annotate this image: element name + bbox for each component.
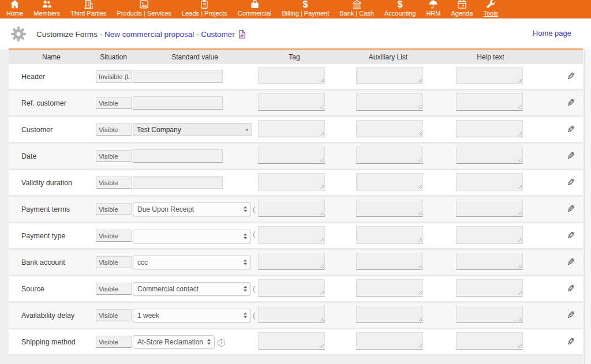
situation-input[interactable] [96,309,132,321]
tag-textarea[interactable] [258,279,325,297]
main-menubar: Home Members Third Parties Products | Se… [0,0,591,18]
edit-pencil-icon[interactable]: ✎ [567,283,575,295]
auxiliary-list-textarea[interactable] [356,253,423,270]
standard-value-input[interactable] [133,176,223,189]
help-text-textarea[interactable] [456,253,523,270]
help-text-textarea[interactable] [456,120,523,137]
standard-value-input[interactable] [133,96,223,110]
situation-input[interactable] [96,123,132,136]
tag-textarea[interactable] [258,226,325,243]
auxiliary-list-textarea[interactable] [356,226,423,243]
standard-value-input[interactable] [133,70,223,83]
tag-textarea[interactable] [258,173,325,190]
edit-pencil-icon[interactable]: ✎ [567,203,575,215]
tag-textarea[interactable] [258,67,325,84]
paren-suffix: ( [253,230,255,238]
customer-select[interactable]: Test Company▾ [133,123,252,136]
menu-item-tools[interactable]: Tools [478,0,503,18]
situation-input[interactable] [96,70,132,82]
tag-textarea[interactable] [258,332,325,350]
menu-item-accounting[interactable]: $ Accounting [379,0,421,18]
image-icon [139,0,149,10]
document-icon[interactable] [238,29,246,39]
situation-input[interactable] [96,336,132,348]
edit-pencil-icon[interactable]: ✎ [567,336,575,348]
menu-item-home[interactable]: Home [1,0,28,18]
tag-textarea[interactable] [258,120,325,137]
help-text-textarea[interactable] [456,67,523,84]
briefcase-icon [249,0,260,10]
menu-item-agenda[interactable]: Agenda [446,0,478,18]
situation-input[interactable] [96,203,132,215]
menu-item-billing-payment[interactable]: $ Billing | Payment [276,0,334,18]
auxiliary-list-textarea[interactable] [356,173,423,190]
situation-input[interactable] [96,230,132,242]
situation-input[interactable] [96,256,132,268]
situation-input[interactable] [96,150,132,162]
help-text-textarea[interactable] [456,200,523,217]
help-text-textarea[interactable] [456,93,523,111]
auxiliary-list-textarea[interactable] [356,120,423,137]
info-icon[interactable]: i [218,339,225,347]
edit-pencil-icon[interactable]: ✎ [567,123,575,136]
help-text-textarea[interactable] [456,226,523,243]
field-name-label: Date [9,152,94,160]
menu-item-third-parties[interactable]: Third Parties [65,0,111,18]
menu-label: Agenda [451,10,473,17]
help-text-textarea[interactable] [456,173,523,190]
vertical-scrollbar[interactable] [584,50,591,364]
menu-item-bank-cash[interactable]: Bank | Cash [334,0,379,18]
edit-pencil-icon[interactable]: ✎ [567,150,575,162]
tag-textarea[interactable] [258,200,325,217]
edit-pencil-icon[interactable]: ✎ [567,256,575,268]
auxiliary-list-textarea[interactable] [356,67,423,84]
bank-account-select[interactable]: ccc [133,256,251,269]
bank-icon [351,0,362,10]
field-name-label: Availability delay [9,312,94,320]
tag-textarea[interactable] [258,147,325,164]
auxiliary-list-textarea[interactable] [356,93,423,111]
help-text-textarea[interactable] [456,332,523,350]
edit-pencil-icon[interactable]: ✎ [567,177,575,189]
auxiliary-list-textarea[interactable] [356,279,423,297]
edit-pencil-icon[interactable]: ✎ [567,230,575,242]
edit-pencil-icon[interactable]: ✎ [567,309,575,321]
menu-item-members[interactable]: Members [28,0,65,18]
breadcrumb-form-link[interactable]: New commercial proposal - Customer [104,30,235,39]
situation-input[interactable] [96,177,132,189]
shipping-method-select[interactable]: At-Store Reclamation [133,335,215,349]
edit-pencil-icon[interactable]: ✎ [567,97,575,109]
edit-pencil-icon[interactable]: ✎ [567,70,575,82]
table-row: Shipping method At-Store Reclamationi ✎ [9,329,583,356]
menu-label: Billing | Payment [282,10,329,17]
auxiliary-list-textarea[interactable] [356,306,423,323]
menu-item-leads-projects[interactable]: Leads | Projects [177,0,233,18]
help-text-textarea[interactable] [456,306,523,323]
auxiliary-list-textarea[interactable] [356,147,423,164]
field-name-label: Customer [9,126,94,134]
help-text-textarea[interactable] [456,279,523,297]
column-header-tag: Tag [257,53,332,61]
menu-label: Third Parties [70,10,106,17]
situation-input[interactable] [96,97,132,109]
auxiliary-list-textarea[interactable] [356,332,423,350]
payment-type-select[interactable] [133,230,251,243]
home-page-link[interactable]: Home page [533,29,571,37]
spinner-arrows-icon [207,338,211,346]
standard-value-input[interactable] [133,149,223,163]
tag-textarea[interactable] [258,93,325,111]
menu-item-commercial[interactable]: Commercial [233,0,277,18]
menu-item-products-services[interactable]: Products | Services [112,0,177,18]
availability-delay-select[interactable]: 1 week [133,309,251,322]
help-text-textarea[interactable] [456,147,523,164]
field-name-label: Payment type [9,232,94,240]
payment-terms-select[interactable]: Due Upon Receipt [133,202,251,216]
spinner-arrows-icon [243,232,248,240]
auxiliary-list-textarea[interactable] [356,200,423,217]
situation-input[interactable] [96,283,132,295]
calendar-icon [457,0,467,10]
source-select[interactable]: Commercial contact [133,282,251,296]
tag-textarea[interactable] [258,306,325,323]
tag-textarea[interactable] [258,253,325,270]
menu-item-hrm[interactable]: HRM [421,0,446,18]
